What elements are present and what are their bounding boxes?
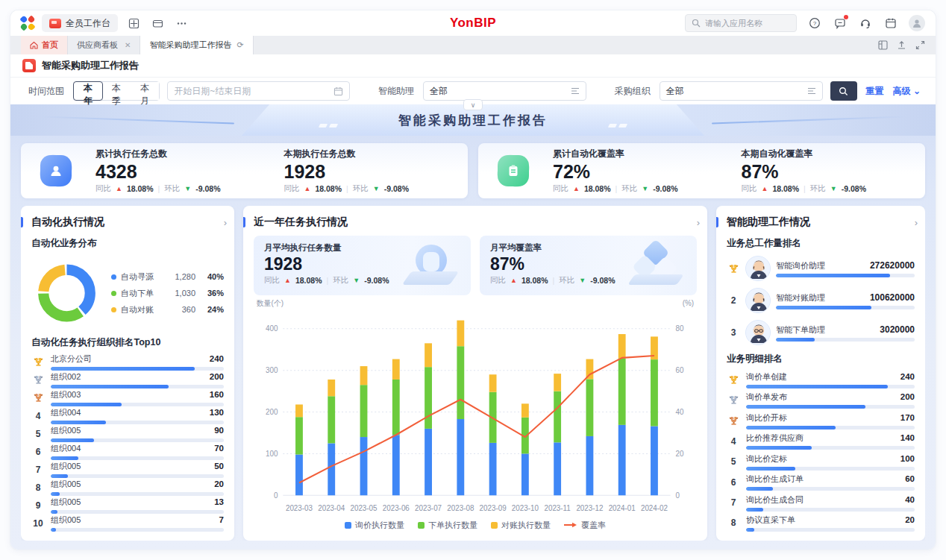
rank-row: 4 比价推荐供应商 140 [727, 432, 915, 450]
donut-legend-item[interactable]: 自动对账 360 24% [111, 304, 224, 315]
user-avatar[interactable] [909, 15, 925, 31]
legend-square-icon [418, 522, 425, 529]
chart-legend-item[interactable]: 下单执行数量 [418, 520, 477, 531]
collapse-filters-button[interactable]: ∨ [463, 99, 483, 110]
chevron-right-icon[interactable]: › [224, 217, 227, 228]
rank-badge: 6 [31, 447, 45, 457]
clipboard-icon [496, 154, 530, 188]
rank-value: 200 [900, 392, 915, 401]
rank-row: 3 询比价开标 170 [727, 412, 915, 430]
rank-bar-track [746, 405, 915, 409]
up-triangle-icon: ▲ [573, 185, 580, 192]
messages-icon[interactable] [833, 16, 848, 31]
chevron-right-icon[interactable]: › [915, 217, 918, 228]
assistant-row: 1 智能询价助理 272620000 [727, 256, 915, 281]
more-icon[interactable] [173, 15, 189, 31]
up-triangle-icon: ▲ [116, 185, 122, 192]
rank-row: 6 询比价生成订单 60 [727, 474, 915, 491]
chart-legend-item[interactable]: 询价执行数量 [345, 520, 404, 531]
rank-name: 询比价定标 [746, 453, 787, 465]
date-range-field[interactable] [174, 86, 329, 96]
svg-text:2023-11: 2023-11 [544, 504, 571, 512]
app-search[interactable] [685, 14, 797, 32]
rank-badge: 4 [727, 436, 740, 447]
rank-bar-fill [51, 456, 78, 460]
date-range-input[interactable] [167, 81, 350, 101]
rank-value: 240 [900, 372, 915, 381]
search-button[interactable] [830, 81, 857, 101]
rank-badge: 8 [727, 517, 740, 528]
org-value: 全部 [666, 85, 803, 98]
time-option-year[interactable]: 本年 [73, 81, 103, 101]
task-execution-chart: 0010020200403006040080数量(个)(%)2023-03202… [254, 298, 697, 532]
notification-dot [844, 15, 848, 19]
assistant-avatar [746, 321, 771, 345]
time-option-quarter[interactable]: 本季 [102, 82, 131, 100]
time-option-month[interactable]: 本月 [131, 82, 159, 100]
assistant-avatar [745, 288, 771, 313]
export-icon[interactable] [897, 40, 906, 50]
rank-badge: 2 [31, 374, 45, 386]
tab-supplier-board[interactable]: 供应商看板 ✕ [68, 36, 140, 54]
help-icon[interactable]: ? [807, 16, 822, 31]
total-workload-title: 业务总工作量排名 [727, 237, 915, 250]
refresh-tab-icon[interactable]: ⟳ [236, 40, 243, 50]
panel-accent-bar [21, 217, 23, 227]
layout-icon[interactable] [878, 40, 888, 50]
support-headset-icon[interactable] [858, 16, 873, 31]
rank-bar-track [746, 487, 915, 491]
advanced-button[interactable]: 高级 ⌄ [893, 85, 921, 98]
svg-text:3: 3 [733, 416, 735, 421]
svg-text:?: ? [813, 20, 817, 27]
rank-badge: 2 [727, 295, 740, 306]
kpi-metric: 本期执行任务总数 1928 同比▲18.08% | 环比▼-9.08% [284, 148, 451, 194]
user-icon [39, 154, 73, 188]
chart-legend-item[interactable]: 覆盖率 [564, 520, 606, 531]
rank-name: 询价单创建 [746, 371, 787, 383]
workspace-tab[interactable]: 全员工作台 [42, 14, 118, 32]
svg-text:2023-12: 2023-12 [576, 504, 603, 512]
rank-row: 9 组织005 13 [31, 497, 224, 514]
donut-legend-item[interactable]: 自动下单 1,030 36% [111, 288, 224, 299]
close-tab-icon[interactable]: ✕ [125, 41, 131, 49]
kpi-card-coverage: 累计自动化覆盖率 72% 同比▲18.08% | 环比▼-9.08% 本期自动化… [478, 143, 925, 198]
assistant-select[interactable]: 全部 [423, 81, 586, 101]
rank-row: 8 协议直采下单 20 [727, 515, 915, 532]
rank-bar-track [51, 474, 224, 478]
detail-rank-list: 1 询价单创建 240 2 询价单发布 200 3 询比价开标 170 [727, 371, 915, 532]
fullscreen-icon[interactable] [915, 40, 925, 50]
yonyou-logo-icon[interactable] [21, 16, 34, 30]
rank-badge: 3 [727, 415, 740, 427]
rank-name: 组织005 [51, 497, 81, 508]
tab-home[interactable]: 首页 [21, 36, 68, 54]
svg-text:2023-05: 2023-05 [350, 504, 377, 512]
chevron-right-icon[interactable]: › [697, 217, 700, 228]
svg-text:2023-06: 2023-06 [383, 504, 410, 512]
apps-grid-icon[interactable] [125, 15, 142, 31]
chart-legend-item[interactable]: 对账执行数量 [491, 520, 551, 531]
kpi-metric: 本期自动化覆盖率 87% 同比▲18.08% | 环比▼-9.08% [742, 148, 908, 194]
down-triangle-icon: ▼ [373, 185, 380, 192]
svg-text:(%): (%) [683, 299, 694, 307]
svg-text:100: 100 [266, 450, 278, 458]
wallet-icon[interactable] [149, 15, 166, 31]
rank-bar-track [51, 528, 224, 532]
kpi-value: 4328 [95, 161, 262, 183]
assistant-avatar [746, 289, 771, 313]
down-triangle-icon: ▼ [184, 185, 191, 192]
tab-procurement-report[interactable]: 智能采购助理工作报告 ⟳ [140, 36, 253, 54]
rank-value: 40 [905, 495, 915, 504]
assistant-avatar [745, 320, 771, 345]
reset-button[interactable]: 重置 [866, 85, 884, 98]
trophy-rank-1-icon: 1 [33, 356, 44, 368]
app-search-input[interactable] [705, 19, 787, 28]
donut-legend-item[interactable]: 自动寻源 1,280 40% [111, 271, 224, 283]
rank-value: 20 [905, 515, 915, 524]
svg-text:2023-10: 2023-10 [512, 504, 539, 512]
calendar-icon[interactable] [883, 16, 898, 31]
assistant-row: 3 智能下单助理 3020000 [727, 320, 915, 345]
rank-bar-fill [776, 274, 890, 277]
svg-text:2024-02: 2024-02 [641, 504, 668, 512]
org-select[interactable]: 全部 [660, 81, 823, 101]
time-range-segment: 本年 本季 本月 [73, 81, 160, 101]
